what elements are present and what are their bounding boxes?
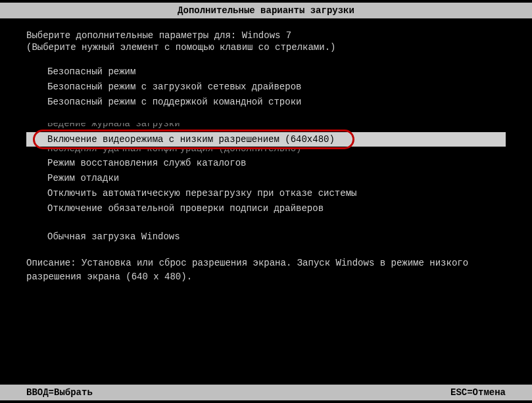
- description-block: Описание: Установка или сброс разрешения…: [26, 256, 506, 284]
- main-content: Выберите дополнительные параметры для: W…: [0, 18, 532, 284]
- description-text: Установка или сброс разрешения экрана. З…: [26, 258, 474, 282]
- screen-title: Дополнительные варианты загрузки: [0, 3, 532, 18]
- menu-item-normal-boot[interactable]: Обычная загрузка Windows: [26, 229, 506, 245]
- description-label: Описание:: [26, 258, 76, 268]
- menu-item-last-known-partial[interactable]: Последняя удачная конфигурация (дополнит…: [26, 148, 506, 156]
- prompt-os: Выберите дополнительные параметры для: W…: [26, 30, 506, 41]
- menu-item-ds-restore[interactable]: Режим восстановления служб каталогов: [26, 156, 506, 171]
- footer-esc-hint: ESC=Отмена: [450, 387, 506, 398]
- menu-item-safe-mode[interactable]: Безопасный режим: [26, 64, 506, 80]
- menu-item-safe-mode-cmd[interactable]: Безопасный режим с поддержкой командной …: [26, 95, 506, 110]
- menu-item-disable-auto-restart[interactable]: Отключить автоматическую перезагрузку пр…: [26, 186, 506, 201]
- menu-item-disable-driver-sig[interactable]: Отключение обязательной проверки подписи…: [26, 201, 506, 216]
- boot-options-menu[interactable]: Безопасный режим Безопасный режим с загр…: [26, 64, 506, 245]
- menu-item-safe-mode-network[interactable]: Безопасный режим с загрузкой сетевых дра…: [26, 80, 506, 95]
- prompt-instruction: (Выберите нужный элемент с помощью клави…: [26, 42, 506, 53]
- footer-bar: ВВОД=Выбрать ESC=Отмена: [0, 385, 532, 400]
- selected-item-wrapper: Включение видеорежима с низким разрешени…: [26, 132, 506, 147]
- menu-item-low-res-video[interactable]: Включение видеорежима с низким разрешени…: [26, 132, 506, 147]
- menu-item-boot-logging-partial[interactable]: Ведение журнала загрузки: [26, 123, 506, 131]
- menu-item-debug[interactable]: Режим отладки: [26, 171, 506, 186]
- footer-enter-hint: ВВОД=Выбрать: [26, 387, 93, 398]
